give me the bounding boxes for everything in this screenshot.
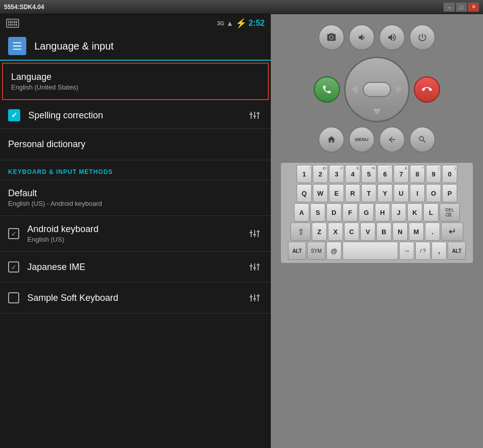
- language-item[interactable]: Language English (United States): [2, 63, 269, 100]
- key-7[interactable]: &7: [394, 165, 409, 183]
- key-4[interactable]: $4: [345, 165, 360, 183]
- back-icon: [388, 135, 397, 144]
- key-y[interactable]: Y: [377, 184, 393, 202]
- key-h[interactable]: H: [375, 203, 390, 221]
- android-keyboard-item[interactable]: Android keyboard English (US): [0, 216, 271, 252]
- row1-buttons: [318, 24, 436, 51]
- key-d[interactable]: D: [326, 203, 342, 221]
- call-button[interactable]: [314, 76, 340, 103]
- sliders-icon-2: [249, 228, 261, 240]
- key-comma[interactable]: ,: [431, 242, 447, 260]
- key-shift[interactable]: ⇧: [291, 222, 311, 241]
- android-keyboard-checkbox[interactable]: [8, 228, 19, 239]
- svg-rect-22: [253, 298, 256, 299]
- home-button[interactable]: [318, 126, 345, 153]
- vol-down-button[interactable]: [349, 24, 375, 51]
- japanese-ime-item[interactable]: Japanese IME: [0, 252, 271, 283]
- key-c[interactable]: C: [344, 222, 359, 241]
- key-w[interactable]: W: [313, 184, 328, 202]
- key-5[interactable]: %5: [361, 165, 376, 183]
- key-s[interactable]: S: [310, 203, 325, 221]
- personal-dictionary-item[interactable]: Personal dictionary: [0, 129, 271, 160]
- svg-rect-15: [250, 265, 253, 266]
- key-arrow-right[interactable]: →: [399, 242, 414, 260]
- key-at[interactable]: @: [326, 242, 342, 260]
- svg-rect-4: [253, 116, 256, 117]
- dpad-left[interactable]: [352, 85, 358, 94]
- keyboard-panel: !1 @2 #3 $4 %5 ^6 &7 *8 (9 )0 Q W E R T …: [281, 163, 473, 263]
- time-display: 2:52: [249, 19, 265, 28]
- key-x[interactable]: X: [328, 222, 343, 241]
- keyboard-section-header: KEYBOARD & INPUT METHODS: [0, 160, 271, 180]
- key-p[interactable]: P: [442, 184, 457, 202]
- status-bar-left: [6, 19, 19, 28]
- key-v[interactable]: V: [360, 222, 375, 241]
- restore-button[interactable]: □: [456, 3, 467, 12]
- power-button[interactable]: [409, 24, 436, 51]
- japanese-ime-settings-icon[interactable]: [247, 260, 263, 274]
- sample-keyboard-settings-icon[interactable]: [247, 291, 263, 305]
- spelling-correction-row[interactable]: Spelling correction: [0, 102, 271, 129]
- key-k[interactable]: K: [407, 203, 422, 221]
- key-m[interactable]: M: [409, 222, 424, 241]
- default-keyboard-item[interactable]: Default English (US) - Android keyboard: [0, 180, 271, 216]
- key-slash[interactable]: / ?: [415, 242, 430, 260]
- key-sym[interactable]: SYM: [307, 242, 325, 260]
- key-t[interactable]: T: [361, 184, 376, 202]
- key-alt-right[interactable]: ALT: [448, 242, 466, 260]
- key-j[interactable]: J: [391, 203, 406, 221]
- key-space[interactable]: [343, 242, 398, 260]
- close-button[interactable]: ✕: [468, 3, 479, 12]
- dpad[interactable]: [344, 57, 410, 122]
- key-z[interactable]: Z: [312, 222, 327, 241]
- minimize-button[interactable]: –: [444, 3, 455, 12]
- vol-up-button[interactable]: [379, 24, 405, 51]
- dpad-up[interactable]: [373, 64, 381, 70]
- key-n[interactable]: N: [393, 222, 408, 241]
- key-u[interactable]: U: [394, 184, 409, 202]
- key-8[interactable]: *8: [410, 165, 425, 183]
- key-o[interactable]: O: [426, 184, 441, 202]
- key-del[interactable]: DEL⌫: [440, 203, 460, 221]
- dpad-center[interactable]: [363, 82, 391, 97]
- key-a[interactable]: A: [294, 203, 309, 221]
- end-call-button[interactable]: [414, 76, 440, 103]
- key-l[interactable]: L: [423, 203, 439, 221]
- japanese-ime-checkbox[interactable]: [8, 261, 19, 273]
- spelling-label: Spelling correction: [28, 110, 247, 121]
- key-alt-left[interactable]: ALT: [288, 242, 306, 260]
- key-enter[interactable]: ↵: [441, 222, 463, 241]
- sample-keyboard-checkbox[interactable]: [8, 292, 19, 303]
- key-1[interactable]: !1: [297, 165, 312, 183]
- key-2[interactable]: @2: [313, 165, 328, 183]
- vol-up-icon: [387, 32, 397, 42]
- power-icon: [417, 32, 427, 42]
- key-3[interactable]: #3: [329, 165, 344, 183]
- camera-button[interactable]: [318, 24, 345, 51]
- kb-row-qwerty: Q W E R T Y U I O P: [283, 184, 471, 202]
- key-period[interactable]: .: [425, 222, 440, 241]
- svg-rect-10: [253, 234, 256, 235]
- menu-button[interactable]: MENU: [349, 126, 375, 153]
- key-9[interactable]: (9: [426, 165, 441, 183]
- key-r[interactable]: R: [345, 184, 360, 202]
- key-b[interactable]: B: [376, 222, 392, 241]
- back-button[interactable]: [379, 126, 405, 153]
- search-button[interactable]: [409, 126, 436, 153]
- key-0[interactable]: )0: [442, 165, 457, 183]
- dpad-down[interactable]: [373, 109, 381, 115]
- key-6[interactable]: ^6: [377, 165, 393, 183]
- sample-keyboard-item[interactable]: Sample Soft Keyboard: [0, 283, 271, 313]
- key-g[interactable]: G: [359, 203, 374, 221]
- android-keyboard-settings-icon[interactable]: [247, 227, 263, 241]
- key-f[interactable]: F: [343, 203, 358, 221]
- row3-buttons: MENU: [318, 126, 436, 153]
- svg-rect-3: [250, 114, 253, 115]
- search-icon: [418, 135, 427, 144]
- key-e[interactable]: E: [329, 184, 344, 202]
- spelling-checkbox[interactable]: [8, 109, 20, 121]
- spelling-settings-icon[interactable]: [247, 108, 263, 122]
- dpad-right[interactable]: [396, 85, 402, 94]
- key-q[interactable]: Q: [297, 184, 312, 202]
- key-i[interactable]: I: [410, 184, 425, 202]
